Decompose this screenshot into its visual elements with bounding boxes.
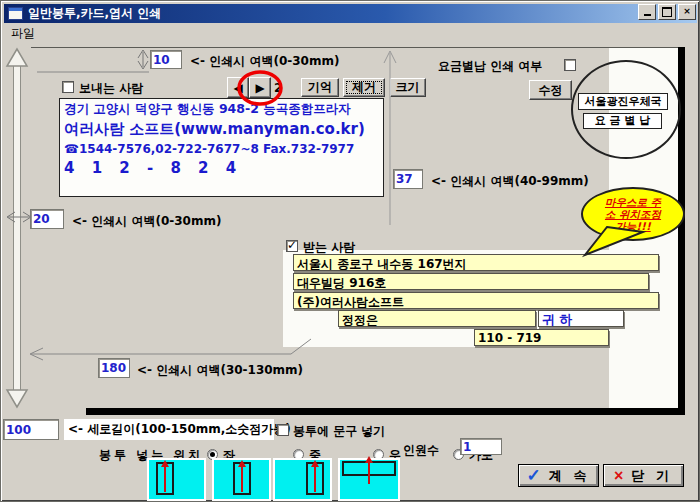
left-margin-label: <- 인쇄시 여백(0-30mm) (72, 213, 221, 230)
up-arrow-icon (161, 460, 169, 467)
recipient-address1-field[interactable]: 서울시 종로구 내수동 167번지 (293, 254, 659, 271)
preview-top-border (31, 47, 679, 48)
stamp-post-office: 서울광진우체국 (578, 93, 668, 110)
top-margin-arrow (138, 50, 148, 69)
length-label: <- 세로길이(100-150mm,소숫점가능) (64, 419, 274, 440)
close-icon[interactable]: × (678, 4, 696, 20)
recipient-name-field[interactable]: 정정은 (338, 310, 536, 327)
bottom-margin-label: <- 인쇄시 여백(30-130mm) (137, 362, 303, 379)
title-bar: 일반봉투,카드,엽서 인쇄 (4, 4, 697, 23)
up-arrow-icon (365, 456, 373, 463)
sender-address-line2: 여러사람 소프트(www.manyman.co.kr) (64, 120, 379, 139)
maximize-icon[interactable] (658, 4, 676, 20)
minimize-icon[interactable] (638, 4, 656, 20)
sender-page-number: 2 (274, 81, 282, 95)
remove-button[interactable]: 제거 (343, 78, 385, 97)
tooltip-line3: 가능!!! (615, 220, 650, 232)
window-controls: × (638, 4, 696, 20)
menu-bar: 파일 (4, 23, 697, 41)
x-icon: × (614, 467, 623, 485)
postage-label: 요금별납 인쇄 여부 (438, 58, 542, 75)
prev-arrow-button[interactable]: ◀ (227, 77, 249, 98)
continue-button[interactable]: ✓계 속 (518, 464, 599, 487)
bottom-margin-dimension-line (30, 339, 311, 360)
recipient-company-field[interactable]: (주)여러사람소프트 (293, 292, 659, 309)
up-arrow-icon (311, 460, 319, 467)
remember-button[interactable]: 기억 (301, 78, 339, 97)
position-tile-center[interactable] (212, 458, 271, 501)
size-button[interactable]: 크기 (390, 78, 426, 97)
phrase-checkbox[interactable] (277, 424, 289, 436)
sender-address-box[interactable]: 경기 고양시 덕양구 행신동 948-2 능곡종합프라자 여러사람 소프트(ww… (59, 98, 384, 197)
recipient-address2-field[interactable]: 대우빌딩 916호 (293, 273, 649, 290)
sender-checkbox[interactable] (62, 81, 74, 93)
right-margin-label: <- 인쇄시 여백(40-99mm) (431, 173, 589, 190)
left-height-arrow (7, 49, 27, 407)
sender-checkbox-label: 보내는 사람 (79, 80, 143, 97)
recipient-checkbox[interactable] (286, 240, 298, 252)
right-margin-input[interactable] (393, 169, 423, 189)
tooltip-line1: 마우스로 주 (605, 196, 661, 208)
top-margin-label: <- 인쇄시 여백(0-30mm) (190, 53, 339, 70)
top-margin-input[interactable] (150, 50, 182, 69)
sender-address-line1: 경기 고양시 덕양구 행신동 948-2 능곡종합프라자 (64, 101, 379, 118)
tooltip-line2: 소 위치조정 (605, 208, 661, 220)
count-label: 인원수 (403, 442, 439, 459)
left-margin-input[interactable] (30, 209, 64, 229)
mouse-tooltip-bubble: 마우스로 주 소 위치조정 가능!!! (581, 187, 685, 241)
count-input[interactable] (460, 438, 502, 455)
phrase-checkbox-label: 봉투에 문구 넣기 (293, 423, 385, 440)
menu-file[interactable]: 파일 (11, 25, 35, 42)
check-icon: ✓ (527, 465, 541, 486)
postage-checkbox[interactable] (564, 59, 576, 71)
app-icon (8, 7, 23, 20)
up-arrow-icon (238, 460, 246, 467)
app-window: 일반봉투,카드,엽서 인쇄 × 파일 <- 인쇄시 여백(0-30mm) 보내는… (0, 0, 700, 502)
position-tile-left[interactable] (147, 458, 206, 501)
edit-button[interactable]: 수정 (529, 80, 572, 100)
recipient-postal-code-field[interactable]: 110 - 719 (474, 329, 609, 346)
position-tile-horizontal[interactable] (338, 458, 400, 501)
left-margin-arrow (7, 212, 31, 222)
sender-address-line3: ☎1544-7576,02-722-7677~8 Fax.732-7977 (64, 142, 379, 156)
sender-postal-code: 4 1 2 - 8 2 4 (64, 159, 379, 177)
next-arrow-button[interactable]: ▶ (249, 77, 271, 98)
bottom-margin-input[interactable] (98, 358, 130, 378)
close-button[interactable]: ×닫 기 (603, 464, 684, 487)
recipient-honorific-field[interactable]: 귀 하 (538, 310, 624, 327)
position-tile-right[interactable] (273, 458, 332, 501)
preview-bottom-border (86, 408, 678, 415)
stamp-postage-paid: 요 금 별 납 (583, 113, 662, 129)
window-title: 일반봉투,카드,엽서 인쇄 (28, 5, 161, 22)
length-input[interactable] (3, 419, 59, 440)
